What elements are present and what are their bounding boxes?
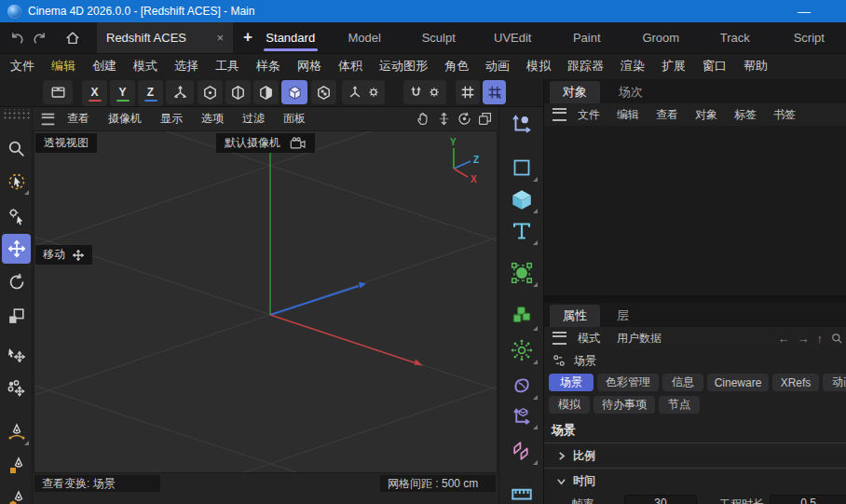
null-axis-icon[interactable] <box>504 400 539 431</box>
viewport-menu-cameras[interactable]: 摄像机 <box>99 111 151 127</box>
viewport-menu-view[interactable]: 查看 <box>58 111 99 127</box>
volume-builder-icon[interactable] <box>504 301 539 333</box>
deformer-icon[interactable] <box>504 370 539 402</box>
viewport-menu-display[interactable]: 显示 <box>151 111 192 127</box>
lock-x-axis-button[interactable]: X <box>82 80 107 106</box>
tab-layers[interactable]: 层 <box>604 305 642 327</box>
viewport-menu-icon[interactable] <box>42 113 55 125</box>
spline-pen-icon[interactable] <box>2 417 31 447</box>
menubar-item-help[interactable]: 帮助 <box>735 58 776 75</box>
lock-y-axis-button[interactable]: Y <box>110 80 135 106</box>
generator-icon[interactable] <box>504 257 539 289</box>
viewport-menu-panel[interactable]: 面板 <box>274 111 315 127</box>
section-tab-nodes[interactable]: 节点 <box>659 396 700 414</box>
edges-mode-icon[interactable] <box>225 80 251 104</box>
lock-z-axis-button[interactable]: Z <box>138 80 163 106</box>
layout-tab-script[interactable]: Script <box>772 22 846 53</box>
home-icon[interactable] <box>63 29 82 48</box>
menubar-item-extensions[interactable]: 扩展 <box>653 58 694 75</box>
simulation-gear-icon[interactable] <box>504 334 539 366</box>
tab-attributes[interactable]: 属性 <box>550 305 600 327</box>
forward-arrow-icon[interactable]: → <box>798 332 810 346</box>
section-tab-xrefs[interactable]: XRefs <box>772 374 819 391</box>
project-box-icon[interactable] <box>43 80 73 104</box>
section-tab-simulation[interactable]: 模拟 <box>549 396 590 414</box>
search-icon[interactable] <box>830 332 843 345</box>
viewport-menu-options[interactable]: 选项 <box>192 111 233 127</box>
project-duration-input[interactable] <box>770 495 846 504</box>
spline-hex-icon[interactable] <box>2 484 31 504</box>
tab-objects[interactable]: 对象 <box>550 81 600 103</box>
panel-splitter[interactable] <box>544 295 846 303</box>
axis-tool-icon[interactable] <box>166 80 194 104</box>
section-tab-color-management[interactable]: 色彩管理 <box>597 374 659 391</box>
field-icon[interactable] <box>504 435 539 467</box>
coordinates-icon[interactable] <box>504 108 539 140</box>
tag-icon[interactable] <box>504 478 539 504</box>
section-tab-info[interactable]: 信息 <box>662 374 703 391</box>
polygons-mode-icon[interactable] <box>253 80 279 104</box>
drag-handle-icon[interactable] <box>2 80 13 104</box>
layout-tab-groom[interactable]: Groom <box>624 22 699 53</box>
up-arrow-icon[interactable]: ↑ <box>817 332 824 346</box>
menubar-item-simulate[interactable]: 模拟 <box>518 58 559 75</box>
pan-view-icon[interactable] <box>416 111 431 127</box>
object-manager-menu-icon[interactable] <box>553 108 566 121</box>
section-tab-cineware[interactable]: Cineware <box>707 374 769 391</box>
om-menu-bookmarks[interactable]: 书签 <box>765 107 804 123</box>
om-menu-file[interactable]: 文件 <box>569 107 608 123</box>
tweak-tool-icon[interactable] <box>2 200 31 230</box>
layout-tab-model[interactable]: Model <box>328 22 403 53</box>
menubar-item-mograph[interactable]: 运动图形 <box>371 58 436 75</box>
menubar-item-character[interactable]: 角色 <box>436 58 477 75</box>
text-object-icon[interactable] <box>504 215 539 247</box>
menubar-item-animate[interactable]: 动画 <box>477 58 518 75</box>
texture-mode-icon[interactable] <box>311 80 336 104</box>
layout-tab-uvedit[interactable]: UVEdit <box>476 22 551 53</box>
rotate-tool-icon[interactable] <box>2 267 31 297</box>
fps-input[interactable] <box>624 495 697 504</box>
back-arrow-icon[interactable]: ← <box>778 332 790 346</box>
minimize-button[interactable]: — <box>790 5 818 18</box>
workplane-button[interactable] <box>342 80 385 104</box>
camera-icon[interactable] <box>290 137 307 150</box>
attribute-manager-menu-icon[interactable] <box>553 332 566 345</box>
zoom-tool-icon[interactable] <box>2 133 31 163</box>
menubar-item-spline[interactable]: 样条 <box>248 58 289 75</box>
cube-object-icon[interactable] <box>504 184 539 215</box>
section-tab-todo[interactable]: 待办事项 <box>594 396 655 414</box>
menubar-item-mesh[interactable]: 网格 <box>289 58 330 75</box>
grid-icon[interactable] <box>456 80 480 104</box>
redo-icon[interactable] <box>30 29 48 48</box>
menubar-item-edit[interactable]: 编辑 <box>43 58 84 75</box>
quantize-icon[interactable] <box>483 80 506 104</box>
close-icon[interactable]: × <box>216 31 224 45</box>
om-menu-view[interactable]: 查看 <box>648 107 687 123</box>
layout-tab-paint[interactable]: Paint <box>550 22 624 53</box>
drag-handle-icon[interactable] <box>2 109 31 120</box>
section-tab-animation[interactable]: 动画 <box>823 374 846 391</box>
dolly-view-icon[interactable] <box>436 111 452 127</box>
om-menu-edit[interactable]: 编辑 <box>608 107 648 123</box>
am-menu-userdata[interactable]: 用户数据 <box>608 331 670 347</box>
document-tab[interactable]: Redshift ACES × <box>97 22 233 53</box>
tab-takes[interactable]: 场次 <box>606 81 656 103</box>
view-label[interactable]: 透视视图 <box>35 133 97 153</box>
menubar-item-render[interactable]: 渲染 <box>612 58 653 75</box>
om-menu-objects[interactable]: 对象 <box>687 107 726 123</box>
group-scale[interactable]: 比例 <box>544 443 846 468</box>
group-time[interactable]: 时间 <box>544 468 846 493</box>
model-mode-icon[interactable] <box>281 80 307 104</box>
layout-tab-sculpt[interactable]: Sculpt <box>402 22 476 53</box>
menubar-item-mode[interactable]: 模式 <box>125 58 166 75</box>
object-manager-list[interactable] <box>544 126 846 295</box>
points-mode-icon[interactable] <box>198 80 223 104</box>
camera-label-group[interactable]: 默认摄像机 <box>216 133 315 153</box>
spline-square-icon[interactable] <box>2 451 31 481</box>
multi-move-icon[interactable] <box>2 375 31 404</box>
menubar-item-file[interactable]: 文件 <box>2 58 43 75</box>
snap-button[interactable] <box>403 80 446 104</box>
menubar-item-create[interactable]: 创建 <box>84 58 125 75</box>
orbit-view-icon[interactable] <box>457 111 472 127</box>
layout-tab-track[interactable]: Track <box>698 22 772 53</box>
